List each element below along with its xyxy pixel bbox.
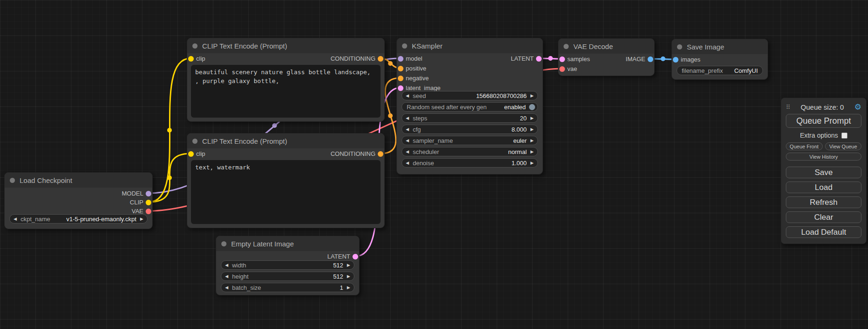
link-midpoint-dot [388,113,393,118]
refresh-button[interactable]: Refresh [786,196,861,208]
node-ksampler[interactable]: KSampler model LATENT positive negative … [396,38,543,175]
decrement-arrow-icon[interactable]: ◀ [221,283,232,292]
settings-gear-icon[interactable]: ⚙ [854,102,861,112]
decrement-arrow-icon[interactable]: ◀ [402,125,413,133]
link-midpoint-dot [167,128,172,133]
increment-arrow-icon[interactable]: ▶ [527,125,537,133]
view-history-button[interactable]: View History [786,153,861,161]
node-graph-canvas[interactable]: Load Checkpoint MODEL CLIP VAE ◀ ckpt_na… [0,0,868,329]
widget-cfg[interactable]: ◀ cfg 8.000 ▶ [402,125,538,134]
output-dot-clip[interactable] [146,200,151,205]
node-title-bar[interactable]: Load Checkpoint [5,173,152,188]
collapse-dot-icon[interactable] [10,178,15,183]
collapse-dot-icon[interactable] [402,43,407,49]
decrement-arrow-icon[interactable]: ◀ [402,91,413,100]
decrement-arrow-icon[interactable]: ◀ [402,136,413,145]
node-clip-text-encode-positive[interactable]: CLIP Text Encode (Prompt) clip CONDITION… [187,38,385,122]
output-dot-latent[interactable] [353,254,358,259]
collapse-dot-icon[interactable] [192,43,198,49]
toggle-knob-icon[interactable] [529,104,535,110]
widget-seed[interactable]: ◀ seed 156680208700286 ▶ [402,91,538,100]
node-save-image[interactable]: Save Image images filename_prefix ComfyU… [671,39,768,80]
widget-height[interactable]: ◀ height 512 ▶ [221,272,354,281]
collapse-dot-icon[interactable] [221,241,226,246]
output-dot-latent[interactable] [536,56,542,62]
input-dot-clip[interactable] [188,151,194,157]
node-title-bar[interactable]: VAE Decode [558,39,654,54]
widget-batch-size[interactable]: ◀ batch_size 1 ▶ [221,283,354,292]
node-title-bar[interactable]: CLIP Text Encode (Prompt) [187,38,384,53]
clear-button[interactable]: Clear [786,211,861,223]
collapse-dot-icon[interactable] [192,139,198,144]
input-dot-samples[interactable] [559,56,565,62]
save-button[interactable]: Save [786,167,861,178]
collapse-dot-icon[interactable] [564,44,569,49]
widget-ckpt-name[interactable]: ◀ ckpt_name v1-5-pruned-emaonly.ckpt ▶ [9,214,148,224]
widget-sampler-name[interactable]: ◀ sampler_name euler ▶ [402,136,538,145]
node-title-bar[interactable]: Save Image [672,39,768,54]
node-title-bar[interactable]: CLIP Text Encode (Prompt) [187,133,384,148]
load-default-button[interactable]: Load Default [786,226,861,238]
node-load-checkpoint[interactable]: Load Checkpoint MODEL CLIP VAE ◀ ckpt_na… [4,172,153,229]
extra-options-row: Extra options [786,132,861,139]
input-dot-negative[interactable] [398,76,403,81]
node-title: KSampler [412,42,443,50]
increment-arrow-icon[interactable]: ▶ [527,147,537,156]
queue-front-button[interactable]: Queue Front [786,142,823,150]
widget-width[interactable]: ◀ width 512 ▶ [221,260,354,270]
input-dot-images[interactable] [673,57,678,63]
increment-arrow-icon[interactable]: ▶ [343,261,354,269]
input-dot-positive[interactable] [398,66,403,71]
queue-prompt-button[interactable]: Queue Prompt [786,114,861,128]
prompt-text-input[interactable]: text, watermark [191,160,381,224]
drag-handle-icon[interactable]: ⠿ [786,104,790,111]
increment-arrow-icon[interactable]: ▶ [527,91,537,100]
output-dot-vae[interactable] [146,209,151,214]
output-slot-model: MODEL [5,189,152,198]
view-queue-button[interactable]: View Queue [825,142,862,150]
increment-arrow-icon[interactable]: ▶ [136,215,147,223]
output-dot-conditioning[interactable] [378,151,383,157]
widget-steps[interactable]: ◀ steps 20 ▶ [402,113,538,123]
increment-arrow-icon[interactable]: ▶ [343,283,354,292]
link-midpoint-dot [167,175,172,180]
increment-arrow-icon[interactable]: ▶ [527,114,537,122]
decrement-arrow-icon[interactable]: ◀ [10,215,21,223]
increment-arrow-icon[interactable]: ▶ [527,159,537,167]
queue-menu-panel: ⠿ Queue size: 0 ⚙ Queue Prompt Extra opt… [781,98,867,244]
output-dot-conditioning[interactable] [378,56,383,62]
slot-row-clip-conditioning: clip CONDITIONING [187,149,384,159]
input-dot-latent-image[interactable] [398,85,403,91]
widget-denoise[interactable]: ◀ denoise 1.000 ▶ [402,158,538,168]
output-dot-model[interactable] [146,191,151,196]
load-button[interactable]: Load [786,182,861,193]
node-empty-latent-image[interactable]: Empty Latent Image LATENT ◀ width 512 ▶ … [216,236,360,295]
extra-options-checkbox[interactable] [841,133,847,139]
prompt-text-input[interactable]: beautiful scenery nature glass bottle la… [191,65,381,118]
collapse-dot-icon[interactable] [677,44,682,49]
decrement-arrow-icon[interactable]: ◀ [221,261,232,269]
decrement-arrow-icon[interactable]: ◀ [221,272,232,280]
widget-scheduler[interactable]: ◀ scheduler normal ▶ [402,147,538,156]
widget-filename-prefix[interactable]: filename_prefix ComfyUI [677,66,763,75]
node-vae-decode[interactable]: VAE Decode samples IMAGE vae [558,38,655,76]
input-slot-images: images [672,55,768,64]
increment-arrow-icon[interactable]: ▶ [527,136,537,145]
queue-size-label: Queue size: 0 [790,103,854,111]
node-clip-text-encode-negative[interactable]: CLIP Text Encode (Prompt) clip CONDITION… [187,133,385,228]
decrement-arrow-icon[interactable]: ◀ [402,147,413,156]
node-title-bar[interactable]: Empty Latent Image [216,236,359,251]
node-title: VAE Decode [573,42,613,50]
widget-random-seed-toggle[interactable]: Random seed after every gen enabled [402,102,538,112]
output-dot-image[interactable] [648,56,653,62]
input-slot-negative: negative [397,74,543,83]
increment-arrow-icon[interactable]: ▶ [343,272,354,280]
decrement-arrow-icon[interactable]: ◀ [402,159,413,167]
input-dot-clip[interactable] [188,56,194,62]
input-dot-vae[interactable] [559,66,565,72]
slot-row-samples-image: samples IMAGE [558,55,654,64]
node-title-bar[interactable]: KSampler [397,38,543,53]
input-dot-model[interactable] [398,56,403,62]
decrement-arrow-icon[interactable]: ◀ [402,114,413,122]
node-title: Load Checkpoint [20,176,72,184]
